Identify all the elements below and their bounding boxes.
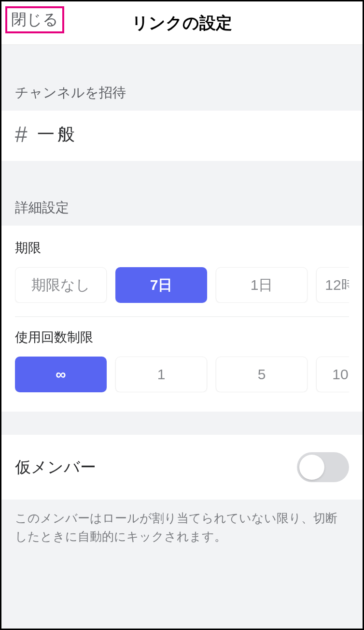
- hash-icon: #: [15, 121, 28, 147]
- advanced-settings-section-label: 詳細設定: [1, 161, 363, 226]
- temporary-membership-toggle[interactable]: [297, 452, 349, 482]
- channel-name: 一般: [37, 123, 78, 146]
- expiration-options: 期限なし 7日 1日 12時: [15, 267, 349, 303]
- expiration-option-no-limit[interactable]: 期限なし: [15, 267, 107, 303]
- max-uses-option-10[interactable]: 10: [316, 357, 349, 392]
- max-uses-option-infinite[interactable]: ∞: [15, 357, 107, 392]
- expiration-option-7days[interactable]: 7日: [115, 267, 207, 303]
- expiration-option-1day[interactable]: 1日: [216, 267, 308, 303]
- invite-channel-section-label: チャンネルを招待: [1, 45, 363, 111]
- divider: [15, 316, 349, 317]
- temporary-membership-description: このメンバーはロールが割り当てられていない限り、切断したときに自動的にキックされ…: [1, 500, 363, 555]
- channel-selector-row[interactable]: # 一般: [1, 111, 363, 161]
- max-uses-label: 使用回数制限: [15, 329, 349, 346]
- max-uses-options: ∞ 1 5 10: [15, 357, 349, 392]
- temporary-membership-label: 仮メンバー: [15, 457, 96, 478]
- expiration-label: 期限: [15, 239, 349, 257]
- advanced-settings-panel: 期限 期限なし 7日 1日 12時 使用回数制限 ∞ 1 5 10: [1, 226, 363, 412]
- header-bar: 閉じる リンクの設定: [1, 1, 363, 45]
- temporary-membership-row: 仮メンバー: [1, 435, 363, 500]
- toggle-knob: [299, 455, 324, 480]
- max-uses-option-1[interactable]: 1: [115, 357, 207, 392]
- expiration-option-12hours[interactable]: 12時: [316, 267, 349, 303]
- max-uses-option-5[interactable]: 5: [216, 357, 308, 392]
- close-button[interactable]: 閉じる: [5, 6, 64, 33]
